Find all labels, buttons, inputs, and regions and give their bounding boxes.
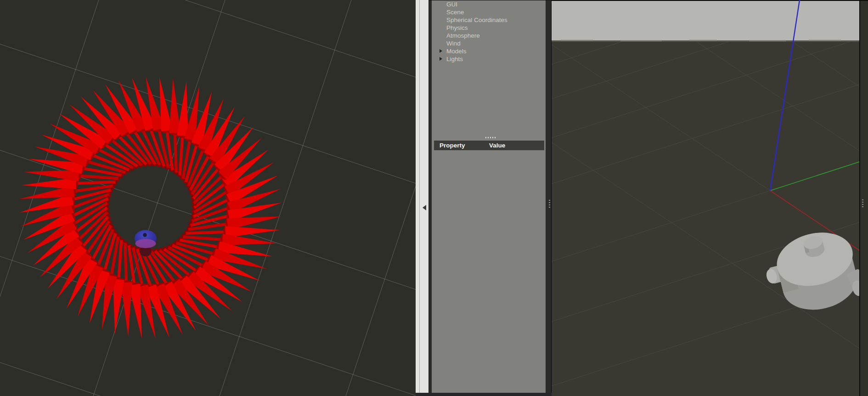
right-scene-canvas xyxy=(552,0,859,396)
scene-tree-item-lights[interactable]: Lights xyxy=(432,55,546,63)
tree-item-label: Wind xyxy=(446,40,461,47)
right-3d-viewport[interactable] xyxy=(552,0,859,396)
left-3d-viewport[interactable] xyxy=(0,0,416,396)
property-column-header[interactable]: Property xyxy=(440,141,465,150)
tree-item-label: GUI xyxy=(446,1,457,8)
tree-item-label: Lights xyxy=(446,56,463,62)
panel-splitter-grip[interactable] xyxy=(485,137,496,138)
scene-tree-item-atmosphere[interactable]: Atmosphere xyxy=(432,32,546,40)
scene-tree-item-wind[interactable]: Wind xyxy=(432,40,546,47)
scene-tree-item-spherical-coordinates[interactable]: Spherical Coordinates xyxy=(432,16,546,24)
tree-item-label: Scene xyxy=(446,9,464,16)
collapse-left-arrow-icon[interactable] xyxy=(423,205,426,210)
expand-arrow-icon[interactable] xyxy=(440,49,442,53)
left-panel-splitter[interactable] xyxy=(416,0,428,396)
right-edge-splitter[interactable] xyxy=(859,0,868,396)
value-column-header[interactable]: Value xyxy=(489,141,505,150)
scene-tree-item-models[interactable]: Models xyxy=(432,47,546,55)
tree-item-label: Spherical Coordinates xyxy=(446,17,507,23)
property-table-body[interactable] xyxy=(434,150,544,389)
sky xyxy=(552,1,859,40)
left-scene-canvas xyxy=(0,0,416,396)
expand-arrow-icon[interactable] xyxy=(440,57,442,61)
world-panel-surface: GUISceneSpherical CoordinatesPhysicsAtmo… xyxy=(432,0,546,393)
world-panel: GUISceneSpherical CoordinatesPhysicsAtmo… xyxy=(428,0,552,396)
splitter-groove xyxy=(419,0,420,396)
top-edge xyxy=(552,0,859,1)
sphere-marker-dot xyxy=(143,233,147,237)
wind-vortex-arrows xyxy=(18,75,283,340)
ground-plane xyxy=(552,0,859,396)
right-edge-grip[interactable] xyxy=(862,199,863,207)
scene-tree-item-scene[interactable]: Scene xyxy=(432,8,546,16)
right-splitter-grip[interactable] xyxy=(549,200,550,208)
sphere-model[interactable] xyxy=(135,230,157,249)
tree-item-label: Models xyxy=(446,48,467,55)
tree-item-label: Atmosphere xyxy=(446,32,480,39)
panel-bottom-edge xyxy=(416,393,552,396)
scene-tree-item-physics[interactable]: Physics xyxy=(432,24,546,32)
gazebo-window: GUISceneSpherical CoordinatesPhysicsAtmo… xyxy=(0,0,868,396)
tree-item-label: Physics xyxy=(446,24,468,31)
scene-tree: GUISceneSpherical CoordinatesPhysicsAtmo… xyxy=(432,0,546,63)
scene-tree-item-gui[interactable]: GUI xyxy=(432,0,546,8)
property-table-header: Property Value xyxy=(434,141,544,150)
